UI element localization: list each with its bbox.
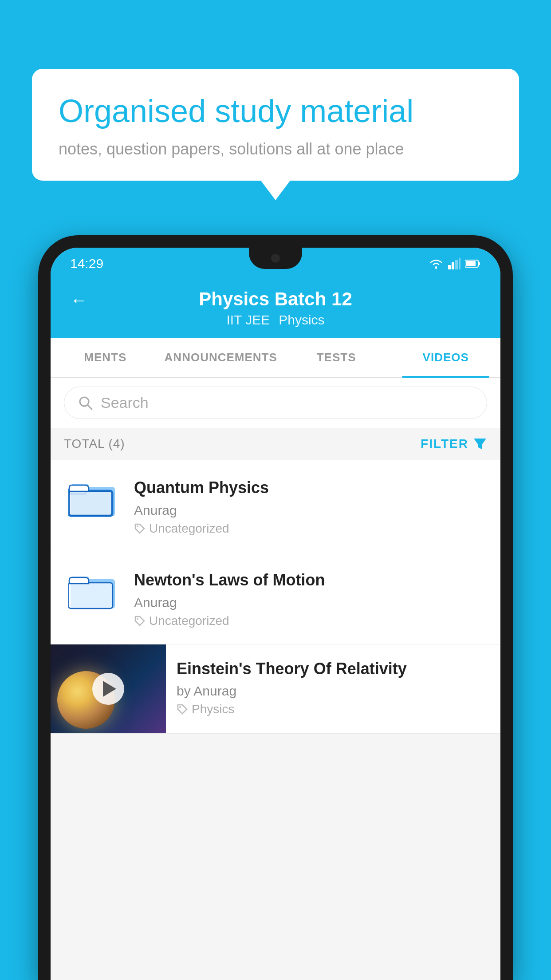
video-tag: Physics <box>177 702 490 716</box>
tab-announcements[interactable]: ANNOUNCEMENTS <box>160 338 282 377</box>
svg-marker-10 <box>474 439 486 449</box>
video-title: Einstein's Theory Of Relativity <box>177 659 490 680</box>
svg-rect-4 <box>459 258 460 269</box>
video-author: Anurag <box>134 595 487 610</box>
item-thumbnail <box>64 476 122 520</box>
speech-bubble-container: Organised study material notes, question… <box>32 69 519 181</box>
svg-rect-3 <box>455 260 458 269</box>
total-label: TOTAL (4) <box>64 437 125 451</box>
list-item[interactable]: Newton's Laws of Motion Anurag Uncategor… <box>51 552 500 644</box>
video-tag: Uncategorized <box>134 522 487 536</box>
wifi-icon <box>429 258 444 269</box>
svg-point-18 <box>137 526 138 527</box>
video-thumbnail-image <box>51 644 166 733</box>
item-info: Quantum Physics Anurag Uncategorized <box>134 476 487 536</box>
play-icon <box>103 681 116 697</box>
tab-bar: MENTS ANNOUNCEMENTS TESTS VIDEOS <box>51 338 500 378</box>
list-item[interactable]: Quantum Physics Anurag Uncategorized <box>51 460 500 552</box>
search-icon <box>78 395 94 411</box>
back-button[interactable]: ← <box>70 290 88 310</box>
app-bar: ← Physics Batch 12 IIT JEE Physics <box>51 280 500 338</box>
filter-button[interactable]: FILTER <box>421 437 487 451</box>
svg-rect-16 <box>69 491 112 515</box>
tab-videos[interactable]: VIDEOS <box>391 338 500 377</box>
bubble-subtitle: notes, question papers, solutions all at… <box>59 140 492 158</box>
tab-tests[interactable]: TESTS <box>282 338 391 377</box>
tab-ments[interactable]: MENTS <box>51 338 160 377</box>
svg-line-9 <box>87 405 92 409</box>
video-title: Quantum Physics <box>134 478 487 498</box>
status-time: 14:29 <box>70 256 103 271</box>
svg-point-24 <box>179 706 181 708</box>
video-list: Quantum Physics Anurag Uncategorized <box>51 460 500 734</box>
item-info: Einstein's Theory Of Relativity by Anura… <box>166 644 500 731</box>
video-author: by Anurag <box>177 684 490 699</box>
signal-icon <box>448 258 460 269</box>
app-subtitle: IIT JEE Physics <box>226 312 324 328</box>
tag-icon <box>134 523 146 534</box>
item-thumbnail <box>64 568 122 612</box>
svg-rect-2 <box>452 262 454 269</box>
subtitle-batch: IIT JEE <box>226 312 270 328</box>
search-placeholder: Search <box>101 394 149 411</box>
app-title: Physics Batch 12 <box>199 288 352 310</box>
folder-icon <box>68 570 117 610</box>
search-bar[interactable]: Search <box>64 387 487 419</box>
speech-bubble: Organised study material notes, question… <box>32 69 519 181</box>
svg-rect-7 <box>466 261 476 266</box>
folder-icon <box>68 478 117 518</box>
svg-rect-1 <box>448 265 451 269</box>
play-button[interactable] <box>92 673 124 705</box>
bubble-title: Organised study material <box>59 92 492 130</box>
video-title: Newton's Laws of Motion <box>134 570 487 591</box>
status-bar: 14:29 <box>51 248 500 280</box>
svg-rect-6 <box>478 262 480 265</box>
notch <box>249 248 302 269</box>
phone-frame: 14:29 <box>38 235 513 980</box>
battery-icon <box>465 259 481 268</box>
tag-icon <box>134 615 146 627</box>
video-author: Anurag <box>134 503 487 518</box>
svg-rect-21 <box>68 583 113 609</box>
filter-row: TOTAL (4) FILTER <box>51 428 500 460</box>
item-info: Newton's Laws of Motion Anurag Uncategor… <box>134 568 487 628</box>
list-item[interactable]: Einstein's Theory Of Relativity by Anura… <box>51 644 500 734</box>
tag-icon <box>177 703 188 715</box>
filter-label: FILTER <box>421 437 468 451</box>
status-icons <box>429 258 481 269</box>
search-container: Search <box>51 378 500 428</box>
subtitle-subject: Physics <box>279 312 324 328</box>
camera <box>271 254 280 263</box>
video-tag: Uncategorized <box>134 614 487 628</box>
phone-screen: 14:29 <box>51 248 500 980</box>
svg-point-0 <box>435 267 437 269</box>
filter-icon <box>473 437 487 451</box>
svg-point-23 <box>137 618 138 620</box>
